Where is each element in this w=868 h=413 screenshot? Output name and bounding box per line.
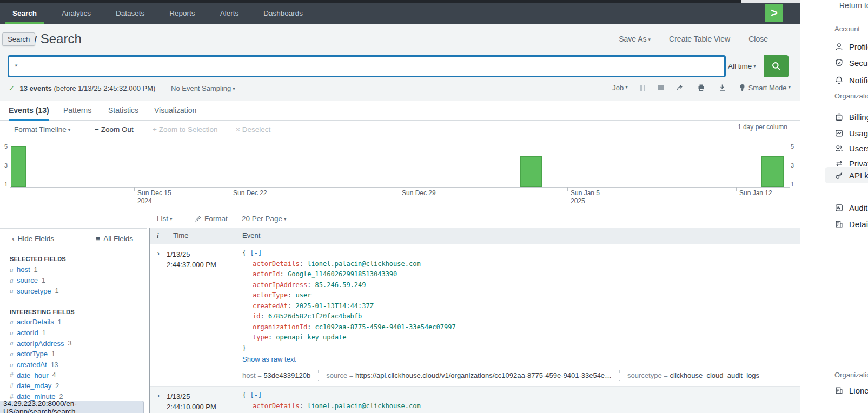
- share-button[interactable]: [675, 83, 685, 92]
- format-button[interactable]: Format: [195, 215, 228, 223]
- x-axis-label: Sun Jan 52025: [571, 189, 600, 205]
- nav-item-analytics[interactable]: Analytics: [49, 3, 103, 24]
- field-type-prefix: #: [10, 371, 17, 379]
- format-timeline-dropdown[interactable]: Format Timeline▾: [14, 125, 70, 134]
- tab-events-13-[interactable]: Events (13): [9, 101, 49, 121]
- event-expander[interactable]: ›: [150, 244, 167, 386]
- timeline-bar[interactable]: [761, 156, 784, 188]
- field-createdAt[interactable]: acreatedAt13: [0, 359, 147, 370]
- per-page-dropdown[interactable]: 20 Per Page▾: [242, 215, 287, 223]
- hide-fields-button[interactable]: ‹Hide Fields: [12, 235, 54, 243]
- stop-button[interactable]: [658, 85, 664, 90]
- field-actorDetails[interactable]: aactorDetails1: [0, 317, 147, 328]
- smart-mode-dropdown[interactable]: Smart Mode▾: [739, 83, 791, 92]
- show-raw-text-link[interactable]: Show as raw text: [242, 354, 296, 365]
- close-button[interactable]: Close: [748, 35, 768, 43]
- json-colon: :: [280, 270, 288, 278]
- meta-field-sourcetype[interactable]: sourcetype = clickhouse_cloud_audit_logs: [619, 370, 767, 381]
- sidebar-item-notifications[interactable]: Notifications: [834, 76, 868, 85]
- field-type-prefix: a: [10, 361, 17, 369]
- format-label: Format: [204, 215, 228, 223]
- timeline-bar[interactable]: [520, 156, 542, 188]
- field-name-link[interactable]: actorId: [17, 329, 38, 337]
- field-actorIpAddress[interactable]: aactorIpAddress3: [0, 338, 147, 349]
- events-detail: (before 1/13/25 2:45:32.000 PM): [54, 84, 155, 92]
- chevron-down-icon: ▾: [284, 216, 287, 222]
- json-value: Google_114602629918513043390: [288, 270, 397, 278]
- job-menu[interactable]: Job▾: [612, 84, 628, 92]
- event-expander[interactable]: ›: [150, 387, 167, 413]
- field-source[interactable]: asource1: [0, 275, 147, 286]
- all-fields-button[interactable]: ≡All Fields: [96, 235, 133, 243]
- sidebar-item-lionel[interactable]: Lionel: [834, 386, 868, 395]
- field-name-link[interactable]: createdAt: [17, 361, 47, 369]
- sidebar-item-users[interactable]: Users: [834, 144, 868, 153]
- chevron-down-icon: ▾: [648, 37, 651, 42]
- events-summary: ✓ 13 events (before 1/13/25 2:45:32.000 …: [9, 84, 155, 92]
- field-count: 13: [51, 361, 58, 369]
- return-to-link[interactable]: Return to: [839, 1, 868, 10]
- sidebar-item-security[interactable]: Security: [834, 58, 868, 68]
- nav-item-alerts[interactable]: Alerts: [208, 3, 251, 24]
- json-open-line: { [-]: [242, 390, 800, 401]
- sidebar-item-api-keys[interactable]: API keys: [834, 171, 868, 180]
- timeline-bar[interactable]: [11, 146, 26, 187]
- field-name-link[interactable]: date_mday: [17, 382, 51, 390]
- print-button[interactable]: [697, 83, 706, 92]
- sidebar-item-usage[interactable]: Usage: [834, 129, 868, 138]
- create-table-view-button[interactable]: Create Table View: [669, 35, 730, 43]
- nav-item-reports[interactable]: Reports: [157, 3, 207, 24]
- field-name-link[interactable]: sourcetype: [17, 287, 51, 295]
- nav-item-datasets[interactable]: Datasets: [103, 3, 157, 24]
- field-name-link[interactable]: host: [17, 265, 30, 274]
- field-date_hour[interactable]: #date_hour4: [0, 370, 147, 381]
- tab-patterns[interactable]: Patterns: [63, 101, 91, 119]
- event-clock: 2:44:37.000 PM: [167, 259, 238, 270]
- field-date_mday[interactable]: #date_mday2: [0, 381, 147, 391]
- sidebar-item-details[interactable]: Details: [834, 219, 868, 229]
- field-name-link[interactable]: date_hour: [17, 371, 49, 379]
- search-button[interactable]: [764, 55, 789, 77]
- meta-field-host[interactable]: host = 53de4339120b: [242, 370, 318, 381]
- field-name-link[interactable]: source: [17, 276, 38, 284]
- tab-visualization[interactable]: Visualization: [154, 101, 196, 119]
- json-key: type: [253, 334, 268, 341]
- field-host[interactable]: ahost1: [0, 264, 147, 275]
- y-axis-label: 5: [791, 143, 797, 150]
- list-view-dropdown[interactable]: List▾: [157, 215, 173, 223]
- time-range-picker[interactable]: All time▾: [720, 55, 764, 77]
- sidebar-item-audit[interactable]: Audit: [834, 203, 867, 212]
- field-sourcetype[interactable]: asourcetype1: [0, 285, 147, 296]
- sidebar-item-billing[interactable]: Billing: [834, 112, 868, 122]
- field-actorType[interactable]: aactorType1: [0, 349, 147, 359]
- events-count: 13 events: [20, 84, 52, 92]
- field-name-link[interactable]: actorType: [17, 350, 48, 358]
- zoom-out-button[interactable]: − Zoom Out: [95, 125, 134, 134]
- field-actorId[interactable]: aactorId1: [0, 328, 147, 338]
- nav-item-dashboards[interactable]: Dashboards: [251, 3, 315, 24]
- pause-button[interactable]: [640, 85, 646, 91]
- deselect-button[interactable]: × Deselect: [236, 125, 270, 134]
- event-sampling-dropdown[interactable]: No Event Sampling▾: [171, 84, 235, 92]
- field-count: 1: [42, 277, 45, 284]
- key-icon: [834, 171, 844, 180]
- json-collapse-toggle[interactable]: [-]: [250, 249, 262, 257]
- meta-field-source[interactable]: source = https://api.clickhouse.cloud/v1…: [318, 370, 619, 381]
- field-name-link[interactable]: actorDetails: [17, 318, 54, 326]
- x-axis-label: Sun Dec 22: [233, 189, 267, 197]
- sidebar-item-label: Audit: [849, 203, 867, 212]
- sidebar-item-profile[interactable]: Profile: [834, 42, 868, 51]
- meta-field-value: https://api.clickhouse.cloud/v1/organiza…: [355, 371, 612, 379]
- json-collapse-toggle[interactable]: [-]: [250, 391, 262, 399]
- field-name-link[interactable]: actorIpAddress: [17, 339, 64, 348]
- save-as-button[interactable]: Save As▾: [619, 35, 651, 43]
- tab-statistics[interactable]: Statistics: [108, 101, 138, 119]
- splunk-logo[interactable]: >: [765, 4, 783, 22]
- zoom-to-selection-button[interactable]: + Zoom to Selection: [153, 125, 217, 134]
- export-button[interactable]: [718, 83, 727, 92]
- x-axis-label-date: Sun Jan 5: [571, 189, 600, 197]
- nav-item-search[interactable]: Search: [0, 3, 49, 24]
- search-input[interactable]: *: [8, 55, 726, 77]
- column-scale-note: 1 day per column: [738, 123, 787, 131]
- x-axis-label-date: Sun Jan 12: [739, 189, 772, 197]
